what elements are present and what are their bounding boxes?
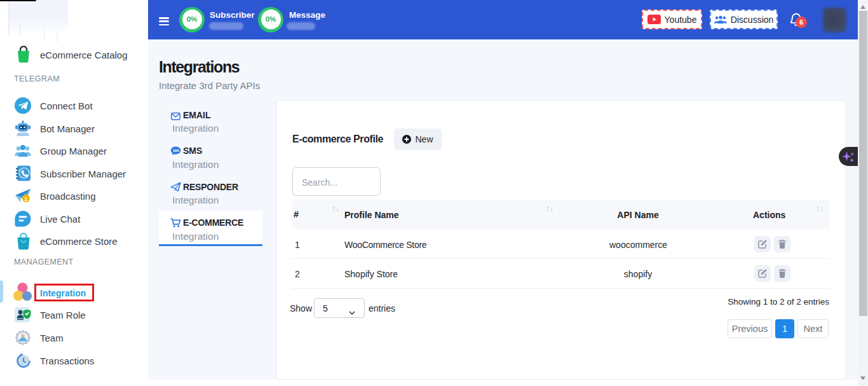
svg-text:SMS: SMS bbox=[173, 149, 179, 153]
svg-text:1: 1 bbox=[24, 195, 28, 202]
